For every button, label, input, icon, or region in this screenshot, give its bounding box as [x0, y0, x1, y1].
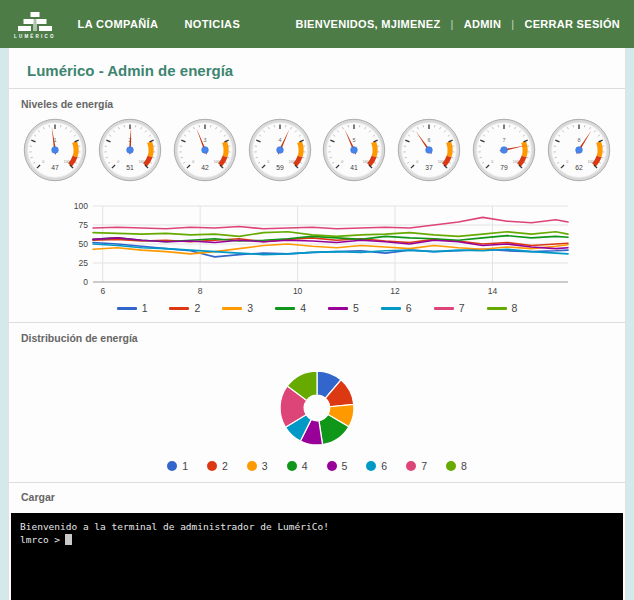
donut-chart-holder	[9, 364, 625, 452]
line-legend-item-6: 6	[381, 302, 412, 314]
svg-text:8: 8	[577, 137, 580, 143]
gauge-7: 0100779	[472, 118, 536, 182]
gauge-value: 42	[201, 164, 209, 171]
legend-swatch	[275, 307, 295, 310]
card-head: Lumérico - Admin de energía	[9, 48, 625, 89]
terminal-line: Bienvenido a la terminal de administrado…	[20, 520, 614, 533]
legend-dot	[247, 461, 257, 471]
gauge-3: 0100342	[173, 118, 237, 182]
gauge-value: 62	[575, 164, 583, 171]
header-right: BIENVENIDOS, MJIMENEZ | ADMIN | CERRAR S…	[295, 18, 620, 30]
section-distribucion: Distribución de energía 12345678	[9, 323, 625, 483]
series-6	[93, 244, 568, 255]
gauge-value: 79	[500, 164, 508, 171]
terminal-prompt-line: lmrco >	[20, 533, 614, 546]
gauge-4: 0100459	[248, 118, 312, 182]
separator: |	[451, 18, 454, 30]
line-legend-item-3: 3	[222, 302, 253, 314]
svg-text:0: 0	[117, 160, 119, 164]
gauge-5: 0100541	[322, 118, 386, 182]
legend-label: 2	[194, 302, 200, 314]
line-chart-legend: 12345678	[9, 300, 625, 322]
nav-cerrar-sesion[interactable]: CERRAR SESIÓN	[524, 18, 620, 30]
svg-text:6: 6	[100, 286, 105, 296]
welcome-text: BIENVENIDOS, MJIMENEZ	[295, 18, 440, 30]
pie-legend-item-6: 6	[366, 460, 387, 472]
nav-admin[interactable]: ADMIN	[464, 18, 502, 30]
nav-noticias[interactable]: NOTICIAS	[184, 18, 240, 30]
gauge-value: 59	[276, 164, 284, 171]
gauge-value: 51	[126, 164, 134, 171]
gauge-2: 0100251	[98, 118, 162, 182]
legend-label: 5	[353, 302, 359, 314]
svg-text:6: 6	[428, 137, 431, 143]
svg-text:0: 0	[192, 160, 194, 164]
pie-legend-item-1: 1	[167, 460, 188, 472]
legend-label: 8	[461, 460, 467, 472]
pie-legend-item-3: 3	[247, 460, 268, 472]
svg-text:10: 10	[293, 286, 303, 296]
svg-text:100: 100	[74, 201, 88, 211]
logo-text: LUMÉRICO	[14, 34, 56, 39]
terminal-prompt: lmrco >	[20, 533, 60, 546]
svg-text:8: 8	[198, 286, 203, 296]
pie-legend-item-7: 7	[406, 460, 427, 472]
donut-chart	[273, 364, 361, 452]
legend-dot	[406, 461, 416, 471]
legend-label: 3	[247, 302, 253, 314]
svg-text:3: 3	[203, 137, 206, 143]
section-cargar: Cargar	[9, 483, 625, 511]
terminal-cursor	[65, 534, 72, 545]
lumerico-logo[interactable]: LUMÉRICO	[14, 10, 56, 39]
pie-legend-item-2: 2	[207, 460, 228, 472]
top-nav: LUMÉRICO LA COMPAÑÍA NOTICIAS BIENVENIDO…	[0, 0, 634, 48]
legend-label: 4	[302, 460, 308, 472]
svg-text:100: 100	[363, 160, 369, 164]
series-8	[93, 232, 568, 237]
svg-text:100: 100	[288, 160, 294, 164]
legend-label: 4	[300, 302, 306, 314]
svg-text:75: 75	[79, 220, 89, 230]
svg-text:0: 0	[566, 160, 568, 164]
legend-label: 7	[421, 460, 427, 472]
legend-dot	[167, 461, 177, 471]
svg-text:25: 25	[79, 258, 89, 268]
legend-dot	[366, 461, 376, 471]
legend-swatch	[487, 307, 507, 310]
pie-legend-item-5: 5	[327, 460, 348, 472]
legend-swatch	[328, 307, 348, 310]
terminal[interactable]: Bienvenido a la terminal de administrado…	[11, 513, 623, 600]
svg-text:12: 12	[390, 286, 400, 296]
section-label-cargar: Cargar	[9, 483, 625, 511]
section-label-niveles: Niveles de energía	[9, 89, 625, 114]
series-7	[93, 217, 568, 228]
svg-text:4: 4	[278, 137, 281, 143]
svg-text:0: 0	[342, 160, 344, 164]
content-card: Lumérico - Admin de energía Niveles de e…	[8, 48, 626, 600]
gauges-row: 0100147010025101003420100459010054101006…	[9, 114, 625, 188]
pie-legend-item-4: 4	[287, 460, 308, 472]
legend-label: 7	[459, 302, 465, 314]
pie-legend-item-8: 8	[446, 460, 467, 472]
line-legend-item-7: 7	[434, 302, 465, 314]
legend-label: 8	[512, 302, 518, 314]
svg-text:100: 100	[64, 160, 70, 164]
legend-label: 6	[381, 460, 387, 472]
legend-swatch	[434, 307, 454, 310]
gauge-6: 0100637	[397, 118, 461, 182]
line-legend-item-4: 4	[275, 302, 306, 314]
svg-text:100: 100	[139, 160, 145, 164]
page-title: Lumérico - Admin de energía	[27, 62, 607, 80]
gauge-value: 37	[425, 164, 433, 171]
svg-text:0: 0	[42, 160, 44, 164]
legend-dot	[446, 461, 456, 471]
svg-text:14: 14	[488, 286, 498, 296]
nav-la-compania[interactable]: LA COMPAÑÍA	[78, 18, 159, 30]
svg-text:0: 0	[491, 160, 493, 164]
svg-text:100: 100	[438, 160, 444, 164]
gauge-8: 0100862	[547, 118, 611, 182]
legend-label: 6	[406, 302, 412, 314]
line-chart: 681012140255075100	[67, 200, 572, 296]
line-legend-item-8: 8	[487, 302, 518, 314]
legend-label: 5	[342, 460, 348, 472]
